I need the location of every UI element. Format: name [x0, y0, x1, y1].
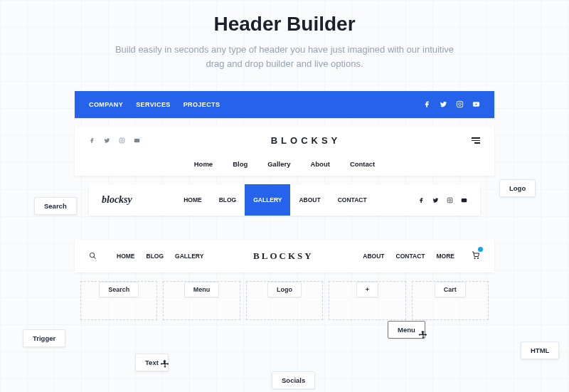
twitter-icon[interactable]	[440, 98, 447, 111]
builder-element-chip-search[interactable]: Search	[34, 197, 77, 215]
svg-point-12	[474, 258, 476, 260]
topbar-link[interactable]: COMPANY	[89, 101, 123, 108]
example-header-topbar: COMPANY SERVICES PROJECTS	[75, 91, 494, 118]
page-subtitle: Build easily in seconds any type of head…	[114, 43, 455, 71]
facebook-icon[interactable]	[423, 98, 431, 111]
svg-point-2	[462, 102, 462, 103]
drop-zone-element[interactable]: Cart	[435, 282, 466, 297]
example-header-navbar: blocksy HOME BLOG GALLERY ABOUT CONTACT	[89, 184, 480, 216]
nav-item[interactable]: Home	[194, 160, 213, 168]
svg-point-13	[477, 258, 479, 260]
nav-item[interactable]: BLOG	[211, 184, 245, 216]
youtube-icon[interactable]	[472, 98, 480, 111]
example-header-split: HOME BLOG GALLERY BLOCKSY ABOUT CONTACT …	[75, 240, 494, 272]
drop-zone-element[interactable]: Logo	[267, 282, 302, 297]
drop-zone[interactable]: Search	[80, 281, 157, 320]
cart-icon[interactable]	[472, 250, 480, 263]
nav-item[interactable]: MORE	[437, 253, 455, 260]
brand-logo[interactable]: BLOCKSY	[271, 135, 341, 146]
youtube-icon[interactable]	[134, 134, 140, 147]
nav-item-active[interactable]: GALLERY	[245, 184, 290, 216]
nav-item[interactable]: GALLERY	[175, 253, 203, 260]
brand-logo[interactable]: BLOCKSY	[253, 250, 314, 262]
svg-point-1	[459, 103, 462, 106]
facebook-icon[interactable]	[89, 134, 95, 147]
topbar-link[interactable]: PROJECTS	[184, 101, 220, 108]
brand-logo[interactable]: blocksy	[89, 194, 145, 206]
svg-rect-0	[457, 102, 462, 107]
svg-point-10	[90, 253, 94, 258]
svg-rect-9	[462, 198, 467, 202]
page-title: Header Builder	[0, 13, 569, 36]
svg-point-8	[449, 199, 451, 201]
drop-zone-element[interactable]: Menu	[184, 282, 220, 297]
drop-zone-element[interactable]: Search	[99, 282, 139, 297]
builder-drop-row: Search Menu Logo + Cart	[75, 281, 494, 320]
nav-item[interactable]: About	[310, 160, 329, 168]
hamburger-icon[interactable]	[472, 137, 480, 144]
nav-item[interactable]: Contact	[350, 160, 375, 168]
builder-element-chip-socials[interactable]: Socials	[272, 371, 315, 389]
example-header-centered: BLOCKSY Home Blog Gallery About Contact	[75, 127, 494, 176]
nav-item[interactable]: ABOUT	[290, 184, 329, 216]
nav-item[interactable]: Blog	[233, 160, 248, 168]
move-cursor-icon	[160, 359, 170, 369]
instagram-icon[interactable]	[447, 194, 453, 206]
drop-zone[interactable]: +	[329, 281, 405, 320]
drop-zone[interactable]: Menu	[163, 281, 240, 320]
nav-item[interactable]: CONTACT	[329, 184, 376, 216]
builder-element-chip-html[interactable]: HTML	[521, 341, 559, 359]
drop-zone-add[interactable]: +	[356, 282, 378, 297]
drop-zone[interactable]: Logo	[246, 281, 323, 320]
nav-item[interactable]: HOME	[117, 253, 135, 260]
instagram-icon[interactable]	[456, 98, 464, 111]
nav-item[interactable]: Gallery	[267, 160, 290, 168]
drop-zone[interactable]: Cart	[412, 281, 489, 320]
nav-item[interactable]: HOME	[175, 184, 211, 216]
move-cursor-icon	[418, 330, 428, 340]
svg-rect-6	[134, 139, 140, 142]
nav-item[interactable]: CONTACT	[396, 253, 425, 260]
youtube-icon[interactable]	[461, 194, 467, 206]
svg-rect-7	[447, 198, 452, 203]
topbar-link[interactable]: SERVICES	[136, 101, 171, 108]
builder-element-chip-trigger[interactable]: Trigger	[23, 329, 65, 347]
nav-item[interactable]: ABOUT	[363, 253, 384, 260]
search-icon[interactable]	[89, 250, 97, 263]
instagram-icon[interactable]	[119, 134, 125, 147]
twitter-icon[interactable]	[104, 134, 110, 147]
svg-rect-4	[119, 138, 124, 143]
builder-element-chip-logo[interactable]: Logo	[499, 179, 536, 197]
svg-point-5	[121, 139, 123, 142]
twitter-icon[interactable]	[432, 194, 439, 206]
nav-item[interactable]: BLOG	[147, 253, 164, 260]
svg-line-11	[94, 257, 96, 259]
facebook-icon[interactable]	[418, 194, 425, 206]
